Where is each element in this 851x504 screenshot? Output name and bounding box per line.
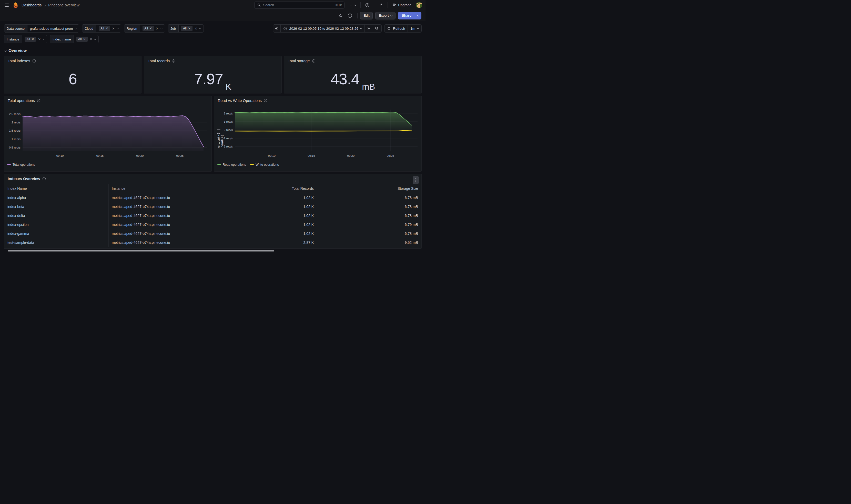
filter-index-name[interactable]: Index_name All✕ ✕	[50, 35, 99, 43]
clear-icon[interactable]: ✕	[38, 37, 41, 41]
table-cell: 6.78 mB	[317, 229, 421, 238]
column-header-instance[interactable]: Instance	[109, 184, 213, 193]
clear-icon[interactable]: ✕	[112, 26, 115, 31]
search-shortcut: ⌘+k	[335, 3, 342, 7]
info-icon[interactable]	[172, 59, 175, 63]
info-icon[interactable]	[264, 99, 267, 103]
svg-text:09:20: 09:20	[347, 154, 354, 157]
datasource-picker[interactable]: Data source grafanacloud-mariatest-prom	[4, 24, 79, 33]
stat-value: 6	[68, 71, 77, 87]
legend-total-operations[interactable]: Total operations	[7, 163, 35, 166]
table-row: index-betametrics.aped-4627-b74a.pinecon…	[4, 202, 421, 211]
table-cell: test-sample-data	[4, 238, 109, 247]
table-cell: 1.02 K	[213, 220, 317, 229]
read-write-chart[interactable]: write(-) | read(+) 2 req/s1 req/s0 req/s…	[216, 108, 420, 161]
dashboard-info-icon[interactable]	[347, 12, 353, 19]
avatar[interactable]	[416, 2, 422, 8]
filter-cloud[interactable]: Cloud All✕ ✕	[82, 24, 121, 33]
panel-total-operations: Total operations 2.5 req/s2 req/s1.5 req…	[4, 96, 212, 172]
svg-text:1 req/s: 1 req/s	[12, 138, 20, 141]
legend-swatch	[250, 164, 254, 165]
filter-cloud-chip[interactable]: All✕	[99, 26, 110, 31]
filter-job[interactable]: Job All✕ ✕	[168, 24, 204, 33]
table-cell: index-epsilon	[4, 220, 109, 229]
table-cell: 1.02 K	[213, 202, 317, 211]
clear-icon[interactable]: ✕	[194, 26, 197, 31]
legend-swatch	[218, 164, 221, 165]
svg-text:1 req/s: 1 req/s	[224, 120, 232, 123]
filter-region-chip[interactable]: All✕	[142, 26, 154, 31]
stat-unit: mB	[362, 82, 375, 92]
table-body: index-alphametrics.aped-4627-b74a.pineco…	[4, 193, 421, 247]
refresh-icon	[387, 26, 391, 31]
panel-total-storage: Total storage 43.4 mB	[284, 56, 422, 93]
filter-region[interactable]: Region All✕ ✕	[124, 24, 165, 33]
refresh-interval-dropdown[interactable]: 1m	[407, 24, 421, 32]
person-plus-icon	[392, 3, 397, 7]
filter-instance[interactable]: Instance All✕ ✕	[4, 35, 47, 43]
breadcrumb-dashboards[interactable]: Dashboards	[21, 3, 41, 7]
column-header-total-records[interactable]: Total Records	[213, 184, 317, 193]
datasource-label: Data source	[4, 24, 28, 32]
table-cell: metrics.aped-4627-b74a.pinecone.io	[109, 238, 213, 247]
table-cell: 1.02 K	[213, 193, 317, 202]
time-controls: 2026-02-12 09:05:19 to 2026-02-12 09:28:…	[273, 24, 422, 33]
clear-icon[interactable]: ✕	[156, 26, 159, 31]
table-row: index-deltametrics.aped-4627-b74a.pineco…	[4, 211, 421, 220]
export-button[interactable]: Export	[375, 12, 396, 19]
info-icon[interactable]	[42, 177, 46, 181]
add-button[interactable]	[347, 2, 358, 9]
filter-job-chip[interactable]: All✕	[181, 26, 192, 31]
panel-menu-icon[interactable]	[413, 176, 419, 184]
table-cell: 6.78 mB	[317, 202, 421, 211]
time-range-picker[interactable]: 2026-02-12 09:05:19 to 2026-02-12 09:28:…	[280, 24, 364, 32]
grafana-logo-icon[interactable]	[13, 2, 19, 8]
info-icon[interactable]	[32, 59, 36, 63]
section-title: Overview	[8, 49, 27, 53]
table-cell: metrics.aped-4627-b74a.pinecone.io	[109, 193, 213, 202]
upgrade-button[interactable]: Upgrade	[390, 2, 413, 9]
help-icon[interactable]	[363, 2, 371, 9]
share-button[interactable]: Share	[398, 12, 415, 19]
panel-title: Total indexes	[8, 59, 30, 63]
time-shift-back-icon[interactable]	[273, 24, 280, 32]
table-cell: index-gamma	[4, 229, 109, 238]
info-icon[interactable]	[37, 99, 40, 103]
total-operations-chart[interactable]: 2.5 req/s2 req/s1.5 req/s1 req/s0.5 req/…	[6, 108, 210, 161]
panel-total-records: Total records 7.97 K	[144, 56, 281, 93]
table-cell: index-alpha	[4, 193, 109, 202]
search-input[interactable]	[263, 3, 333, 7]
column-header-index-name[interactable]: Index Name	[4, 184, 109, 193]
time-shift-forward-icon[interactable]	[364, 24, 372, 32]
legend-read-operations[interactable]: Read operations	[218, 163, 246, 166]
menu-toggle-icon[interactable]	[3, 2, 10, 8]
breadcrumb: Dashboards Pinecone overview	[21, 3, 80, 7]
zoom-out-icon[interactable]	[372, 24, 381, 32]
horizontal-scrollbar[interactable]	[8, 250, 274, 251]
svg-text:09:20: 09:20	[136, 154, 144, 157]
table-row: index-epsilonmetrics.aped-4627-b74a.pine…	[4, 220, 421, 229]
section-overview-toggle[interactable]: Overview	[4, 49, 422, 53]
ai-assistant-icon[interactable]	[377, 2, 385, 9]
filter-instance-chip[interactable]: All✕	[24, 37, 36, 42]
panel-indexes-overview: Indexes Overview Index Name Instance Tot…	[4, 174, 422, 249]
share-dropdown-icon[interactable]	[415, 12, 421, 19]
search-box[interactable]: ⌘+k	[254, 2, 345, 9]
table-row: test-sample-datametrics.aped-4627-b74a.p…	[4, 238, 421, 247]
legend-write-operations[interactable]: Write operations	[250, 163, 279, 166]
table-cell: metrics.aped-4627-b74a.pinecone.io	[109, 229, 213, 238]
table-row: index-alphametrics.aped-4627-b74a.pineco…	[4, 193, 421, 202]
favorite-star-icon[interactable]	[337, 12, 344, 19]
table-row: index-gammametrics.aped-4627-b74a.pineco…	[4, 229, 421, 238]
column-header-storage-size[interactable]: Storage Size	[317, 184, 421, 193]
table-cell: 1.02 K	[213, 229, 317, 238]
breadcrumb-current: Pinecone overview	[48, 3, 80, 7]
edit-button[interactable]: Edit	[360, 12, 373, 19]
indexes-table: Index Name Instance Total Records Storag…	[4, 184, 421, 247]
refresh-button[interactable]: Refresh	[384, 24, 407, 32]
clear-icon[interactable]: ✕	[90, 37, 92, 41]
info-icon[interactable]	[312, 59, 315, 63]
chevron-down-icon	[199, 27, 201, 29]
chevron-down-icon	[74, 27, 77, 29]
filter-index-name-chip[interactable]: All✕	[76, 37, 88, 42]
